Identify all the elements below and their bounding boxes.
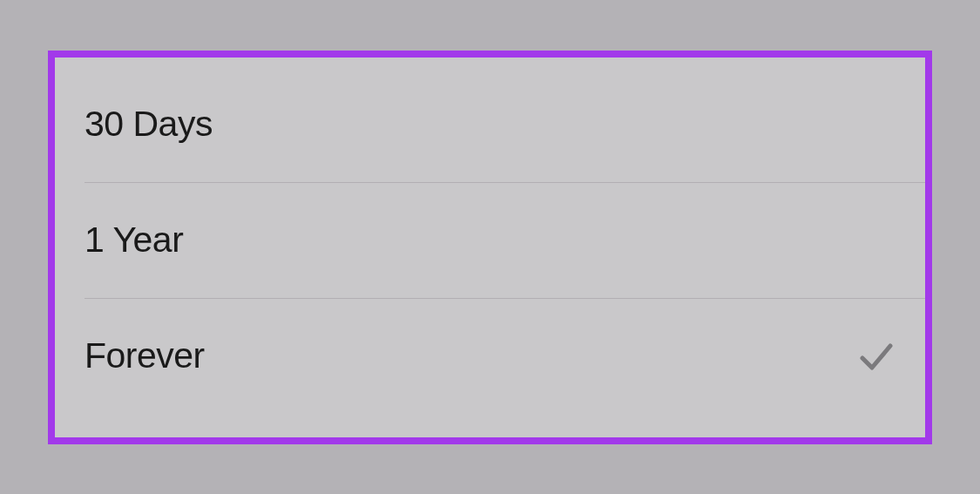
option-30-days[interactable]: 30 Days: [55, 66, 925, 182]
option-label: 1 Year: [84, 220, 183, 261]
checkmark-icon: [857, 337, 896, 376]
option-forever[interactable]: Forever: [84, 298, 925, 414]
option-1-year[interactable]: 1 Year: [84, 182, 925, 298]
option-label: 30 Days: [84, 104, 213, 145]
settings-options-panel: 30 Days 1 Year Forever: [48, 51, 932, 444]
duration-options-list: 30 Days 1 Year Forever: [55, 66, 925, 414]
option-label: Forever: [84, 335, 205, 376]
